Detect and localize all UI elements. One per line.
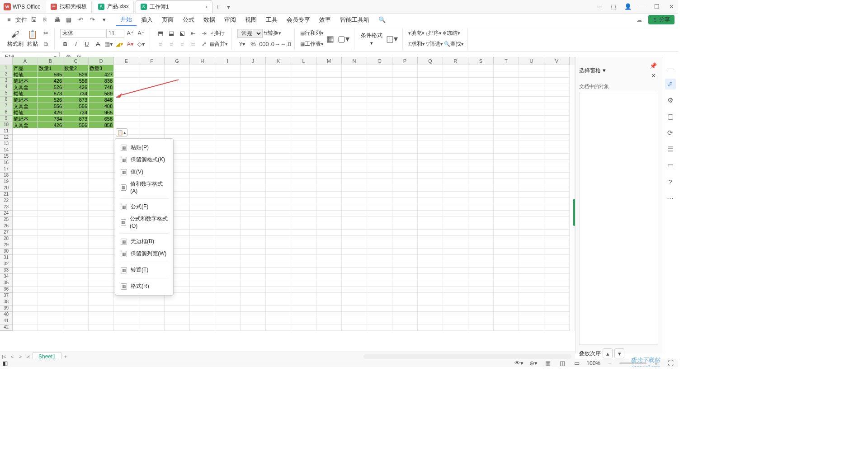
cell[interactable] [418,103,443,109]
cell[interactable] [291,147,316,154]
cell[interactable] [519,185,544,192]
cell[interactable] [418,312,443,318]
cell[interactable] [519,293,544,299]
cell[interactable] [544,249,570,255]
view-break-icon[interactable]: ▭ [572,358,582,367]
paste-option-item[interactable]: ▦值和数字格式(A) [115,178,173,197]
cell[interactable] [392,192,418,198]
cell[interactable] [468,185,494,192]
tab-data[interactable]: 数据 [199,14,220,26]
cell[interactable] [494,154,519,160]
cell[interactable] [392,249,418,255]
cell[interactable] [190,223,215,230]
search-icon[interactable]: 🔍 [374,14,390,26]
cell[interactable] [367,217,392,223]
cell[interactable] [316,324,342,331]
cell[interactable] [443,293,468,299]
cell[interactable] [392,116,418,122]
cell[interactable] [494,211,519,217]
cell[interactable] [241,312,266,318]
cell[interactable] [165,97,190,103]
tab-list-dropdown[interactable]: ▾ [223,3,234,10]
cell[interactable] [38,141,63,147]
cell[interactable] [241,236,266,242]
cell[interactable] [519,78,544,84]
cell[interactable] [316,306,342,312]
cell[interactable] [316,230,342,236]
cell[interactable] [190,185,215,192]
cell[interactable] [215,71,241,78]
cell[interactable] [316,122,342,128]
row-header[interactable]: 11 [0,128,13,135]
cell[interactable] [38,280,63,287]
cell[interactable] [291,324,316,331]
cell[interactable] [266,65,291,71]
cell[interactable] [443,236,468,242]
cell[interactable] [291,249,316,255]
cell[interactable] [418,324,443,331]
cell[interactable] [190,280,215,287]
cell[interactable] [316,217,342,223]
cell[interactable] [266,236,291,242]
cell[interactable] [139,324,165,331]
cell[interactable] [38,160,63,166]
cell[interactable] [190,135,215,141]
row-header[interactable]: 1 [0,65,13,71]
cell[interactable] [468,198,494,204]
col-header[interactable]: D [89,57,114,65]
row-header[interactable]: 22 [0,198,13,204]
add-sheet-button[interactable]: + [61,354,70,359]
cell[interactable] [519,173,544,179]
col-header[interactable]: M [316,57,342,65]
cell[interactable] [418,198,443,204]
cell[interactable] [215,128,241,135]
cell[interactable] [241,97,266,103]
cell[interactable] [418,90,443,97]
cell[interactable]: 数量1 [38,65,63,71]
cell[interactable] [291,242,316,249]
cell[interactable] [443,223,468,230]
order-up-button[interactable]: ▴ [603,348,613,358]
cell[interactable] [139,109,165,116]
cell[interactable] [89,293,114,299]
cell[interactable] [468,223,494,230]
cell[interactable] [418,71,443,78]
cell[interactable] [13,230,38,236]
tab-file-2[interactable]: S 工作簿1 • [136,0,212,13]
cell[interactable] [494,103,519,109]
property-icon[interactable]: ▢ [665,111,676,122]
cell[interactable] [38,299,63,306]
cell[interactable] [266,198,291,204]
cell[interactable] [342,318,367,324]
cell[interactable] [165,318,190,324]
cell[interactable] [316,236,342,242]
cell[interactable] [114,103,139,109]
cell[interactable] [494,65,519,71]
cell[interactable] [266,116,291,122]
status-icon[interactable]: ◧ [3,360,14,367]
cell[interactable] [89,223,114,230]
dec-dec-icon[interactable]: ←.0 [281,39,291,49]
paste-option-item[interactable]: ▦格式(R) [115,280,173,292]
cell[interactable] [241,71,266,78]
cell[interactable]: 556 [38,103,63,109]
cell[interactable] [215,198,241,204]
cell[interactable] [241,90,266,97]
cell[interactable] [443,71,468,78]
cell[interactable] [544,128,570,135]
cell[interactable] [494,141,519,147]
cell[interactable] [241,109,266,116]
cell[interactable] [418,135,443,141]
row-header[interactable]: 26 [0,223,13,230]
cell[interactable] [38,204,63,211]
clear-format-icon[interactable]: ◇▾ [136,39,146,49]
col-header[interactable]: N [342,57,367,65]
cell[interactable] [544,236,570,242]
cell[interactable] [367,160,392,166]
cell[interactable] [13,179,38,185]
cell[interactable] [215,78,241,84]
settings-icon[interactable]: ⚙ [665,95,676,106]
cell[interactable] [443,192,468,198]
cell[interactable] [215,287,241,293]
cell[interactable]: 589 [89,90,114,97]
